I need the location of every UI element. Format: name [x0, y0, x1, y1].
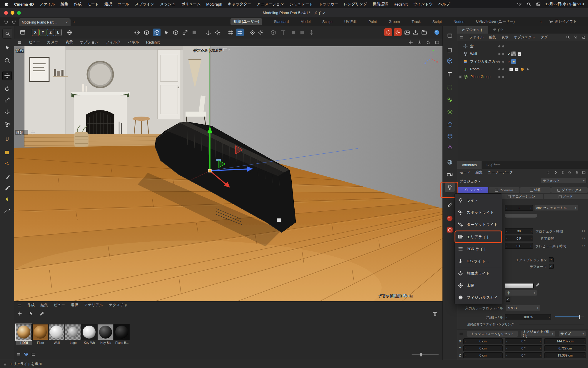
detail-level-field[interactable]: ‹100 %›	[505, 314, 551, 320]
modeling-axis-icon[interactable]	[133, 29, 141, 36]
picture-viewer-icon[interactable]	[403, 29, 411, 36]
menu-character[interactable]: キャラクター	[228, 1, 251, 7]
eyedropper-icon[interactable]	[535, 283, 540, 288]
gray-cube-icon-1[interactable]	[290, 29, 297, 36]
thumbnail-size-slider[interactable]	[412, 354, 439, 355]
menu-window[interactable]: ウインドウ	[413, 1, 433, 7]
material-tag-icon[interactable]	[520, 67, 524, 72]
redshift-sphere-icon[interactable]	[433, 29, 441, 36]
popup-item-infinite-light[interactable]: 無限遠ライト	[455, 267, 502, 279]
zoom-window-button[interactable]	[17, 11, 21, 15]
menu-mode[interactable]: モード	[87, 1, 99, 7]
new-layout-button[interactable]: 新レイアウト	[549, 19, 577, 24]
material-item-wall[interactable]: Wall	[49, 324, 65, 345]
section-tab-info[interactable]: 情報	[520, 187, 551, 193]
menu-edit[interactable]: 編集	[61, 1, 68, 7]
layout-tab-sculpt[interactable]: Sculpt	[322, 20, 333, 24]
coords-hamburger-icon[interactable]	[459, 332, 463, 336]
x-size-field[interactable]: ‹144.207 cm›	[544, 338, 586, 344]
mat-menu-create[interactable]: 作成	[27, 303, 35, 308]
close-window-button[interactable]	[4, 11, 8, 15]
attr-forward-icon[interactable]	[554, 170, 558, 175]
render-camera-red-icon[interactable]	[445, 225, 455, 235]
om-hamburger-icon[interactable]	[460, 35, 464, 39]
coordinate-system-icon[interactable]	[66, 29, 73, 36]
end-time-field[interactable]: ‹0 F›	[505, 236, 533, 241]
add-layout-button[interactable]: +	[540, 19, 542, 24]
y-axis-lock-button[interactable]: Y	[39, 29, 46, 36]
generator-gear-icon[interactable]	[445, 107, 455, 117]
tab-takes[interactable]: テイク	[488, 26, 509, 34]
y-rotation-field[interactable]: ‹0 °›	[505, 345, 542, 351]
quantize-settings-icon[interactable]	[257, 29, 265, 36]
vp-pan-icon[interactable]	[408, 40, 413, 45]
gray-cube-icon-2[interactable]	[298, 29, 306, 36]
menu-spline[interactable]: スプライン	[135, 1, 155, 7]
popup-item-target-light[interactable]: ターゲットライト	[455, 218, 502, 231]
menu-help[interactable]: ヘルプ	[438, 1, 450, 7]
om-menu-object[interactable]: オブジェクト	[514, 35, 535, 40]
expression-checkbox[interactable]: ✓	[549, 257, 554, 262]
text-object-icon[interactable]	[445, 69, 455, 79]
viewport-canvas[interactable]: 透視 移動 デフォルトカメラ グリッド間隔 : 50 cm Y X Z	[14, 46, 442, 301]
brush-tool-icon[interactable]	[2, 172, 12, 182]
detail-level-slider[interactable]	[555, 316, 584, 317]
snap-settings-gear-icon[interactable]	[214, 29, 221, 36]
mat-grid-view-icon[interactable]	[24, 352, 28, 357]
scale-tool-icon[interactable]	[2, 95, 12, 105]
image-tag-icon[interactable]	[517, 52, 522, 56]
team-render-icon[interactable]	[420, 29, 428, 36]
rotate-tool-icon[interactable]	[2, 84, 12, 93]
section-tab-nodes[interactable]: ノード	[544, 194, 588, 199]
annotation-cube-icon[interactable]	[279, 29, 287, 36]
weight-dots-tool-icon[interactable]	[2, 159, 12, 168]
filter-input[interactable]	[505, 214, 537, 218]
mat-layer-view-icon[interactable]	[31, 352, 36, 357]
size-mode-dropdown[interactable]: サイズ▾	[558, 331, 586, 337]
mat-menu-view[interactable]: ビュー	[54, 303, 65, 308]
volume-mesher-icon[interactable]	[445, 131, 455, 141]
environment-globe-icon[interactable]	[445, 157, 455, 167]
menu-mograph[interactable]: MoGraph	[206, 2, 222, 6]
quality-dropdown[interactable]: 中▾	[505, 290, 537, 296]
attr-back-icon[interactable]	[547, 170, 551, 175]
menu-volume[interactable]: ボリューム	[181, 1, 201, 7]
vp-orbit-icon[interactable]	[426, 40, 431, 45]
attr-search-icon[interactable]	[568, 170, 572, 175]
editor-visibility-dot[interactable]	[498, 45, 500, 47]
knife-tool-icon[interactable]	[2, 183, 12, 193]
search-commander-icon[interactable]	[2, 29, 12, 39]
move-tool-icon-active[interactable]	[2, 71, 12, 80]
document-tab-close-icon[interactable]: ×	[66, 20, 68, 24]
x-axis-lock-button[interactable]: X	[32, 29, 39, 36]
attr-menu-edit[interactable]: 編集	[476, 170, 483, 175]
tab-attributes[interactable]: Attributes	[457, 161, 482, 169]
object-row-null[interactable]: 空	[457, 42, 588, 50]
om-lock-icon[interactable]	[582, 35, 586, 39]
menu-tools[interactable]: ツール	[118, 1, 129, 7]
om-menu-file[interactable]: ファイル	[469, 35, 484, 40]
visibility-cube-icon[interactable]	[269, 29, 277, 36]
editor-visibility-dot[interactable]	[498, 61, 500, 63]
pen-tool-icon[interactable]	[2, 195, 12, 204]
subdivision-surface-icon[interactable]	[445, 82, 455, 92]
plane-primitive-icon[interactable]	[445, 45, 455, 55]
menu-tracker[interactable]: トラッカー	[319, 1, 338, 7]
undo-icon[interactable]	[4, 19, 9, 24]
select-tool-icon[interactable]	[2, 43, 12, 52]
attr-menu-userdata[interactable]: ユーザーデータ	[488, 170, 513, 175]
editor-visibility-dot[interactable]	[498, 76, 500, 78]
material-thumbnail[interactable]	[114, 324, 130, 340]
mat-menu-texture[interactable]: テクスチャ	[109, 303, 128, 308]
om-menu-view[interactable]: 表示	[501, 35, 508, 40]
preset-dropdown[interactable]: デフォルト▾	[541, 178, 587, 184]
pencil-material-icon[interactable]	[445, 200, 455, 210]
z-rotation-field[interactable]: ‹0 °›	[505, 352, 542, 358]
layout-tab-initial[interactable]: 初期 (ユーザー)	[230, 18, 262, 25]
editor-visibility-dot[interactable]	[498, 53, 500, 55]
minimize-window-button[interactable]	[11, 11, 14, 15]
om-menu-edit[interactable]: 編集	[489, 35, 496, 40]
attr-lock-icon[interactable]	[575, 170, 579, 175]
x-position-field[interactable]: ‹0 cm›	[463, 338, 503, 344]
layout-tab-groom[interactable]: Groom	[389, 20, 400, 24]
